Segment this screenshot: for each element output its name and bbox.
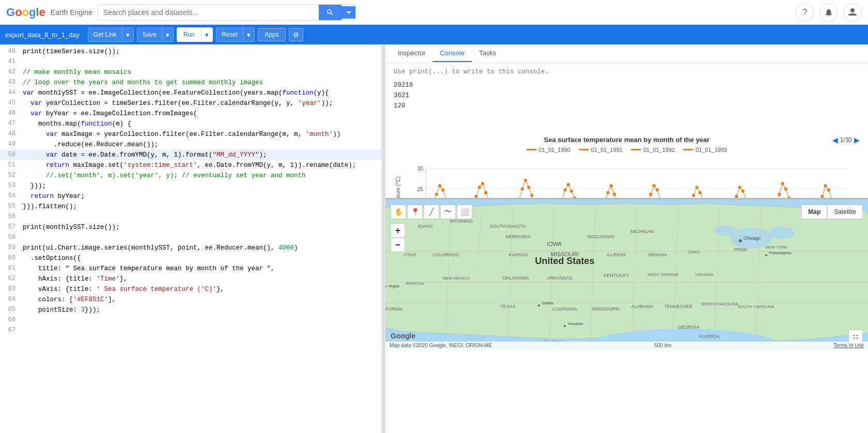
help-icon[interactable]: ?: [796, 3, 814, 22]
chart-title: Sea surface temperature mean by month of…: [394, 136, 860, 144]
svg-text:VIRGINIA: VIRGINIA: [695, 272, 714, 277]
legend-line-2: [579, 149, 589, 150]
zoom-in-button[interactable]: +: [391, 223, 405, 238]
line-number: 47: [0, 119, 21, 129]
line-content[interactable]: print(timeSeries.size());: [21, 47, 382, 57]
avatar[interactable]: [843, 3, 862, 22]
code-line-47: 47 months.map(function(m) {: [0, 119, 382, 129]
chart-area: Sea surface temperature mean by month of…: [385, 131, 868, 198]
shape-tool[interactable]: ⬜: [457, 205, 472, 219]
search-input[interactable]: [98, 5, 319, 20]
map-attribution: Map data ©2020 Google, INEGI, ORION-ME: [390, 343, 492, 348]
line-number: 67: [0, 326, 21, 336]
line-content[interactable]: vAxis: {title: ' Sea surface temperature…: [21, 284, 382, 295]
line-content[interactable]: var monthlySST = ee.ImageCollection(ee.F…: [21, 88, 382, 98]
tab-tasks[interactable]: Tasks: [472, 45, 503, 62]
line-content[interactable]: [21, 57, 382, 67]
code-line-60: 60 .setOptions({: [0, 253, 382, 264]
line-content[interactable]: return maxImage.set('system:time_start',…: [21, 160, 382, 171]
tab-inspector[interactable]: Inspector: [391, 45, 432, 62]
legend-line-3: [631, 149, 641, 150]
code-line-64: 64 colors: ['#EF851C'],: [0, 295, 382, 305]
svg-text:OHIO: OHIO: [688, 250, 700, 255]
settings-button[interactable]: ⚙: [289, 28, 303, 41]
line-content[interactable]: }));: [21, 181, 382, 191]
map-footer: Map data ©2020 Google, INEGI, ORION-ME 5…: [385, 342, 868, 349]
svg-text:Philadelphia: Philadelphia: [769, 251, 792, 255]
svg-text:UTAH: UTAH: [404, 252, 416, 257]
svg-text:WYOMING: WYOMING: [450, 219, 473, 224]
svg-text:IDAHO: IDAHO: [418, 224, 433, 229]
line-number: 48: [0, 129, 21, 140]
line-content[interactable]: [21, 315, 382, 326]
line-number: 44: [0, 88, 21, 98]
svg-text:30: 30: [417, 166, 423, 172]
svg-text:INDIANA: INDIANA: [648, 252, 668, 257]
fullscreen-button[interactable]: [848, 330, 863, 344]
reset-button[interactable]: Reset: [216, 28, 243, 41]
search-container: [98, 4, 356, 21]
chart-nav: ◀ 1/30 ▶: [832, 136, 860, 144]
save-dropdown[interactable]: ▾: [162, 28, 173, 41]
code-line-61: 61 title: " Sea surface temperature mean…: [0, 264, 382, 274]
line-content[interactable]: hAxis: {title: 'Time'},: [21, 274, 382, 284]
svg-point-160: [715, 225, 735, 236]
line-content[interactable]: // loop over the years and months to get…: [21, 78, 382, 88]
line-content[interactable]: // make monthly mean mosaics: [21, 67, 382, 78]
line-content[interactable]: title: " Sea surface temperature mean by…: [21, 264, 382, 274]
map-view-button[interactable]: Map: [801, 205, 827, 219]
line-content[interactable]: //.set('month', m).set('year', y); // ev…: [21, 171, 382, 181]
path-tool[interactable]: 〜: [440, 205, 456, 219]
map-svg: North Atlantic Ocean Gulf of IDAHO WYOMI…: [385, 199, 868, 349]
code-editor[interactable]: 40print(timeSeries.size());41 42// make …: [0, 44, 382, 433]
apps-button[interactable]: Apps: [258, 28, 285, 41]
search-dropdown-button[interactable]: [342, 6, 355, 19]
line-content[interactable]: colors: ['#EF851C'],: [21, 295, 382, 305]
code-line-42: 42// make monthly mean mosaics: [0, 67, 382, 78]
line-content[interactable]: .reduce(ee.Reducer.mean());: [21, 140, 382, 150]
line-content[interactable]: months.map(function(m) {: [21, 119, 382, 129]
line-content[interactable]: var maxImage = yearCollection.filter(ee.…: [21, 129, 382, 140]
legend-item-4: 01_01_1993: [683, 147, 727, 153]
line-number: 52: [0, 171, 21, 181]
get-link-dropdown[interactable]: ▾: [122, 28, 133, 41]
run-dropdown[interactable]: ▾: [201, 28, 212, 41]
save-button[interactable]: Save: [137, 28, 162, 41]
hand-tool[interactable]: ✋: [391, 205, 406, 219]
code-line-63: 63 vAxis: {title: ' Sea surface temperat…: [0, 284, 382, 295]
line-content[interactable]: var yearCollection = timeSeries.filter(e…: [21, 98, 382, 109]
search-button[interactable]: [319, 5, 342, 20]
svg-text:NEW YORK: NEW YORK: [765, 245, 788, 250]
code-line-40: 40print(timeSeries.size());: [0, 47, 382, 57]
line-content[interactable]: return byYear;: [21, 191, 382, 202]
run-button[interactable]: Run: [177, 28, 201, 41]
line-number: 59: [0, 243, 21, 253]
zoom-controls: + −: [391, 223, 405, 252]
line-content[interactable]: [21, 233, 382, 243]
reset-dropdown[interactable]: ▾: [243, 28, 254, 41]
satellite-view-button[interactable]: Satellite: [827, 205, 863, 219]
line-content[interactable]: [21, 212, 382, 222]
svg-text:KENTUCKY: KENTUCKY: [603, 273, 629, 278]
line-number: 40: [0, 47, 21, 57]
line-content[interactable]: print(monthlySST.size());: [21, 222, 382, 233]
topbar: Google Earth Engine ?: [0, 0, 868, 25]
chart-next-button[interactable]: ▶: [854, 136, 860, 144]
line-tool[interactable]: ╱: [424, 205, 439, 219]
code-line-56: 56: [0, 212, 382, 222]
line-content[interactable]: var byYear = ee.ImageCollection.fromImag…: [21, 109, 382, 119]
info-tool[interactable]: 📍: [407, 205, 423, 219]
chart-prev-button[interactable]: ◀: [832, 136, 838, 144]
line-content[interactable]: pointSize: 3}));: [21, 305, 382, 315]
line-content[interactable]: .setOptions({: [21, 253, 382, 264]
line-content[interactable]: })).flatten();: [21, 202, 382, 212]
tab-console[interactable]: Console: [432, 45, 472, 62]
line-content[interactable]: [21, 326, 382, 336]
line-content[interactable]: var date = ee.Date.fromYMD(y, m, 1).form…: [21, 150, 382, 160]
code-line-51: 51 return maxImage.set('system:time_star…: [0, 160, 382, 171]
get-link-button[interactable]: Get Link: [88, 28, 122, 41]
line-content[interactable]: print(ui.Chart.image.series(monthlySST, …: [21, 243, 382, 253]
code-line-66: 66: [0, 315, 382, 326]
notifications-icon[interactable]: [819, 3, 838, 22]
zoom-out-button[interactable]: −: [391, 238, 405, 252]
